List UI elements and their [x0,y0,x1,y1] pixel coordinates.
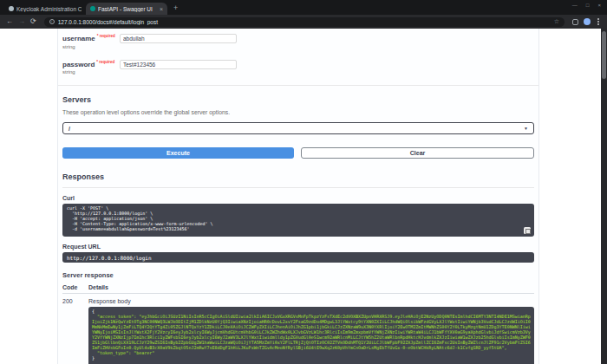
tab-fastapi-swagger[interactable]: FastAPI - Swagger UI × [86,3,167,15]
servers-selected-value: / [69,126,70,132]
page-scrollbar[interactable] [601,29,607,364]
param-meta: password* required string [62,60,120,75]
param-name: password* required [62,60,120,68]
status-code: 200 [62,298,88,364]
server-response-label: Server response [62,271,534,279]
param-meta: username* required string [62,34,120,49]
fastapi-favicon-icon [90,6,95,11]
profile-avatar[interactable] [584,18,591,25]
tab-title: FastAPI - Swagger UI [98,6,157,12]
curl-code-block: curl -X 'POST' \ 'http://127.0.0.1:8000/… [62,204,534,237]
url-text: 127.0.0.1:8000/docs#/default/login_post [58,19,551,25]
param-name: username* required [62,34,120,42]
param-name-text: username [62,35,95,42]
back-icon[interactable]: ← [6,18,13,25]
responses-table: Code Details 200 Response body { "access… [62,281,534,364]
response-details: Response body { "access_token": "eyJhbGc… [88,298,534,364]
tab-keycloak[interactable]: Keycloak Administration Cons [4,3,86,15]
curl-label: Curl [62,195,534,201]
operation-body: username* required string password* requ… [57,29,539,364]
request-url-label: Request URL [62,244,534,250]
section-divider [58,85,538,86]
new-tab-button[interactable]: + [173,4,178,12]
param-name-text: password [62,60,95,68]
clear-button[interactable]: Clear [301,147,534,159]
response-row: 200 Response body { "access_token": "eyJ… [62,294,534,364]
browser-chrome: Keycloak Administration Cons FastAPI - S… [0,0,607,29]
responses-table-header: Code Details [62,281,534,294]
window-controls: — □ × [572,3,601,8]
site-info-icon[interactable]: i [49,19,55,24]
responses-heading: Responses [62,172,534,188]
maximize-button[interactable]: □ [586,3,590,8]
details-header: Details [88,284,534,290]
param-row-username: username* required string [62,34,534,49]
extensions-icon[interactable] [572,19,578,25]
forward-icon[interactable]: → [18,18,25,25]
screen: Keycloak Administration Cons FastAPI - S… [0,0,607,364]
keycloak-favicon-icon [9,6,14,11]
request-url-text: http://127.0.0.1:8000/login [67,255,530,261]
bookmark-star-icon[interactable]: ☆ [554,18,559,25]
browser-toolbar: ← → ⟳ i 127.0.0.1:8000/docs#/default/log… [0,15,607,29]
chevron-down-icon: ▼ [524,126,528,131]
param-type: string [62,69,120,75]
swagger-page: username* required string password* requ… [0,29,607,364]
tab-title: Keycloak Administration Cons [16,6,82,12]
minimize-button[interactable]: — [572,3,578,8]
password-field[interactable] [120,60,237,69]
tab-close-icon[interactable]: × [160,6,163,12]
code-header: Code [62,284,88,290]
json-close-brace: } [92,355,531,361]
copy-icon[interactable] [524,227,531,234]
required-badge: * required [97,34,115,38]
servers-description: These operation level options override t… [62,109,534,115]
execute-button[interactable]: Execute [62,147,294,159]
access-token-line: "access_token": "eyJhbGciOiJSUzI1NiIsInR… [92,314,531,350]
servers-heading: Servers [62,95,534,104]
servers-dropdown[interactable]: / ▼ [62,122,534,134]
scrollbar-thumb[interactable] [602,31,606,79]
required-badge: * required [96,60,114,64]
curl-command: curl -X 'POST' \ 'http://127.0.0.1:8000/… [67,206,530,231]
window-close-button[interactable]: × [597,3,601,8]
response-body-block: { "access_token": "eyJhbGciOiJSUzI1NiIsI… [88,307,534,364]
address-bar[interactable]: i 127.0.0.1:8000/docs#/default/login_pos… [44,17,565,27]
param-type: string [62,44,120,49]
param-row-password: password* required string [62,60,534,75]
tab-strip: Keycloak Administration Cons FastAPI - S… [0,0,607,15]
execute-row: Execute Clear [62,147,534,159]
request-url-block: http://127.0.0.1:8000/login [62,252,534,263]
refresh-icon[interactable]: ⟳ [30,18,36,25]
response-body-label: Response body [88,298,534,304]
browser-menu-icon[interactable] [597,21,599,23]
username-field[interactable] [120,34,237,43]
